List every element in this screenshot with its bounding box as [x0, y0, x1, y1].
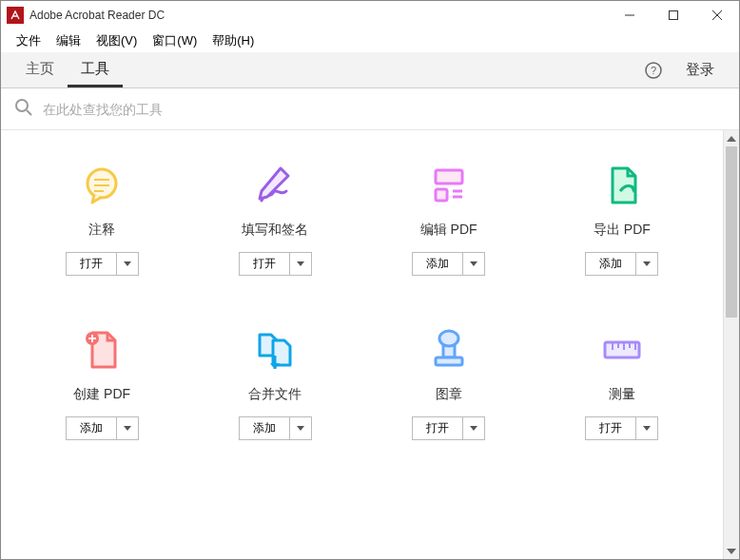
tool-action-dropdown[interactable]: [636, 253, 657, 275]
tool-card[interactable]: 编辑 PDF 添加: [367, 159, 531, 276]
create-icon: [75, 323, 128, 377]
tool-action: 添加: [585, 252, 658, 276]
tab-tools[interactable]: 工具: [68, 52, 123, 87]
tool-action: 打开: [239, 252, 312, 276]
tool-action-button[interactable]: 添加: [67, 417, 117, 439]
tool-action-dropdown[interactable]: [636, 417, 657, 439]
svg-marker-14: [297, 261, 304, 266]
tool-action-button[interactable]: 打开: [586, 417, 636, 439]
login-button[interactable]: 登录: [672, 52, 728, 87]
tool-action: 打开: [412, 416, 485, 440]
tool-label: 编辑 PDF: [420, 222, 477, 239]
tool-card[interactable]: 创建 PDF 添加: [20, 323, 184, 440]
help-button[interactable]: ?: [634, 52, 672, 87]
menubar: 文件 编辑 视图(V) 窗口(W) 帮助(H): [1, 29, 739, 52]
svg-marker-21: [643, 261, 651, 266]
svg-marker-13: [260, 168, 288, 199]
chevron-down-icon: [470, 261, 477, 266]
tool-action: 打开: [585, 416, 658, 440]
tools-panel: 注释 打开 填写和签名 打开 编辑 PDF 添加 导出 PDF 添加: [1, 130, 723, 559]
tool-card[interactable]: 合并文件 添加: [193, 323, 357, 440]
search-icon: [14, 98, 33, 121]
sign-icon: [248, 159, 302, 212]
tool-label: 测量: [609, 386, 635, 403]
svg-rect-31: [436, 357, 462, 365]
help-icon: ?: [644, 61, 663, 80]
tool-card[interactable]: 测量 打开: [540, 323, 704, 440]
svg-marker-41: [727, 549, 736, 554]
tool-label: 注释: [88, 222, 115, 239]
window-controls: [608, 1, 739, 29]
tool-action: 添加: [66, 416, 139, 440]
svg-text:?: ?: [651, 65, 656, 76]
chevron-down-icon: [643, 426, 651, 431]
menu-edit[interactable]: 编辑: [49, 30, 88, 51]
svg-marker-39: [643, 426, 651, 431]
edit-icon: [422, 159, 476, 212]
svg-point-8: [88, 169, 116, 198]
tool-action-dropdown[interactable]: [463, 253, 484, 275]
chevron-down-icon: [124, 261, 131, 266]
svg-point-6: [16, 100, 28, 111]
menu-file[interactable]: 文件: [9, 30, 49, 51]
tool-card[interactable]: 导出 PDF 添加: [540, 159, 704, 276]
chevron-down-icon: [470, 426, 477, 431]
tool-action-dropdown[interactable]: [117, 417, 138, 439]
measure-icon: [595, 323, 649, 377]
tool-card[interactable]: 注释 打开: [20, 159, 184, 276]
tool-action: 打开: [66, 252, 139, 276]
tool-label: 创建 PDF: [73, 386, 130, 403]
combine-icon: [248, 323, 302, 377]
app-icon: [7, 7, 24, 24]
svg-marker-32: [470, 426, 477, 431]
titlebar: Adobe Acrobat Reader DC: [1, 1, 739, 29]
svg-rect-33: [605, 342, 639, 357]
svg-rect-1: [670, 11, 678, 20]
scrollbar-thumb[interactable]: [726, 146, 737, 318]
chevron-down-icon: [297, 261, 304, 266]
tool-action-dropdown[interactable]: [290, 253, 311, 275]
svg-marker-40: [727, 136, 736, 142]
tool-action-button[interactable]: 添加: [586, 253, 636, 275]
tool-action-button[interactable]: 打开: [240, 253, 290, 275]
chevron-down-icon: [297, 426, 304, 431]
tool-action-button[interactable]: 添加: [413, 253, 463, 275]
scrollbar[interactable]: [723, 130, 739, 559]
export-icon: [595, 159, 649, 212]
scrollbar-down-button[interactable]: [724, 543, 739, 559]
tool-action-dropdown[interactable]: [290, 417, 311, 439]
svg-marker-25: [124, 426, 131, 431]
menu-view[interactable]: 视图(V): [88, 30, 145, 51]
minimize-button[interactable]: [608, 1, 652, 29]
stamp-icon: [422, 323, 476, 377]
svg-rect-15: [436, 170, 462, 183]
close-button[interactable]: [695, 1, 739, 29]
svg-marker-19: [470, 261, 477, 266]
svg-point-30: [439, 331, 458, 346]
menu-window[interactable]: 窗口(W): [145, 30, 204, 51]
tool-action: 添加: [239, 416, 312, 440]
search-input[interactable]: [43, 102, 726, 117]
menu-help[interactable]: 帮助(H): [204, 30, 262, 51]
tool-label: 合并文件: [248, 386, 302, 403]
scrollbar-up-button[interactable]: [724, 130, 739, 146]
tool-card[interactable]: 填写和签名 打开: [193, 159, 357, 276]
tool-action-button[interactable]: 添加: [240, 417, 290, 439]
comment-icon: [75, 159, 128, 212]
tool-action-button[interactable]: 打开: [67, 253, 117, 275]
chevron-down-icon: [643, 261, 651, 266]
svg-marker-28: [297, 426, 304, 431]
tool-label: 图章: [436, 386, 462, 403]
tool-card[interactable]: 图章 打开: [367, 323, 531, 440]
app-title: Adobe Acrobat Reader DC: [29, 9, 608, 22]
tool-action-button[interactable]: 打开: [413, 417, 463, 439]
chevron-down-icon: [124, 426, 131, 431]
svg-line-7: [27, 110, 31, 115]
tool-action-dropdown[interactable]: [117, 253, 138, 275]
tool-action: 添加: [412, 252, 485, 276]
maximize-button[interactable]: [652, 1, 695, 29]
tab-home[interactable]: 主页: [12, 52, 68, 87]
tool-label: 导出 PDF: [594, 222, 651, 239]
tool-action-dropdown[interactable]: [463, 417, 484, 439]
searchbar: [1, 88, 739, 130]
